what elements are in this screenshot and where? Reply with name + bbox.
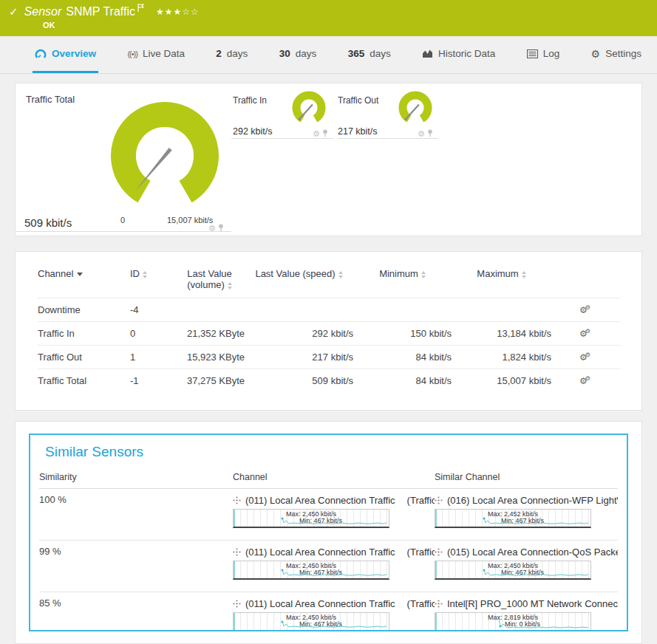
- gear-icon[interactable]: ⚙: [313, 130, 320, 137]
- priority-stars[interactable]: ★★★☆☆: [156, 7, 200, 17]
- tab-2-days[interactable]: 2 days: [214, 36, 250, 73]
- ok-check-icon: ✓: [9, 5, 18, 18]
- cell-min: 84 kbit/s: [353, 346, 452, 369]
- similar-channel-minigraph[interactable]: Max: 2,819 kbit/s Min: 0 kbit/s: [435, 612, 591, 631]
- gear-icon[interactable]: ⚙: [418, 130, 425, 137]
- flag-icon[interactable]: [137, 1, 144, 15]
- channel-link[interactable]: (011) Local Area Connection Traffic (Tra…: [233, 546, 435, 558]
- channel-link[interactable]: (011) Local Area Connection Traffic (Tra…: [233, 597, 435, 610]
- cell-max: 13,184 kbit/s: [452, 322, 551, 346]
- col-header-last-value-volume[interactable]: Last Value (volume): [174, 268, 245, 298]
- cell-min: [353, 298, 452, 322]
- channel-name: (011) Local Area Connection Traffic: [245, 547, 395, 558]
- tab-settings[interactable]: ⚙ Settings: [589, 36, 644, 73]
- similar-row: 100 % (011) Local Area Connection Traffi…: [39, 489, 618, 541]
- cell-channel[interactable]: Traffic Total: [38, 369, 130, 393]
- tab-log-label: Log: [543, 48, 560, 59]
- channel-table-panel: Channel ID Last Value (volume) Last Valu…: [15, 251, 642, 411]
- channel-minigraph[interactable]: Max: 2,450 kbit/s Min: 467 kbit/s: [233, 509, 389, 528]
- gauge-in-value: 292 kbit/s: [233, 126, 273, 137]
- tab-historic-data-label: Historic Data: [438, 48, 495, 59]
- col-channel-label: Channel: [38, 268, 73, 279]
- channel-settings-icon[interactable]: ⚙⚙: [579, 328, 593, 339]
- cell-min: 150 kbit/s: [353, 322, 452, 346]
- tab-overview[interactable]: Overview: [33, 36, 98, 73]
- similar-channel-name: Intel[R] PRO_1000 MT Network Connection: [447, 598, 618, 609]
- table-row-traffic-total: Traffic Total -1 37,275 KByte 509 kbit/s…: [38, 369, 621, 393]
- tab-30-days[interactable]: 30 days: [277, 36, 319, 73]
- cell-id: 1: [130, 346, 174, 369]
- cell-channel[interactable]: Downtime: [38, 298, 130, 322]
- col-volume-label: Last Value (volume): [187, 268, 232, 290]
- sensor-title: SNMP Traffic: [66, 5, 135, 18]
- similar-channel-name: (016) Local Area Connection-WFP LightWei…: [447, 495, 618, 506]
- move-icon: [233, 548, 241, 556]
- similar-sensors-panel: Similar Sensors Similarity Channel Simil…: [15, 421, 642, 644]
- gauge-in-dial[interactable]: [287, 85, 330, 126]
- col-header-channel[interactable]: Channel: [38, 268, 130, 298]
- col-header-similarity: Similarity: [39, 467, 233, 489]
- similarity-value: 100 %: [39, 489, 233, 541]
- channel-suffix: (Traffic To: [407, 598, 435, 609]
- gauge-out-dial[interactable]: [394, 85, 437, 126]
- gear-icon: ⚙: [591, 48, 601, 60]
- similar-row: 85 % (011) Local Area Connection Traffic…: [39, 592, 618, 632]
- table-row-downtime: Downtime -4 ⚙⚙: [38, 298, 621, 322]
- channel-settings-icon[interactable]: ⚙⚙: [579, 304, 593, 315]
- tab-365-days[interactable]: 365 days: [346, 36, 393, 73]
- cell-id: -1: [130, 369, 174, 393]
- gauges-panel: Traffic Total 0 15,007 kbit/s 509 kbit/s…: [15, 83, 642, 236]
- col-id-label: ID: [130, 268, 140, 279]
- pin-icon[interactable]: [427, 129, 433, 137]
- tab-30-days-label: days: [296, 48, 317, 59]
- channel-minigraph[interactable]: Max: 2,450 kbit/s Min: 467 kbit/s: [233, 561, 389, 580]
- channel-link[interactable]: (011) Local Area Connection Traffic (Tra…: [233, 494, 435, 507]
- stars-empty: ☆☆: [182, 7, 200, 17]
- gauge-out-value: 217 kbit/s: [338, 126, 378, 137]
- move-icon: [435, 548, 443, 556]
- pin-icon[interactable]: [322, 129, 328, 137]
- tab-2-days-label: days: [227, 48, 248, 59]
- tab-live-data[interactable]: ((•)) Live Data: [125, 36, 187, 73]
- minigraph-line: [234, 561, 389, 578]
- gauge-total-dial[interactable]: [104, 91, 225, 218]
- cell-volume: [174, 298, 245, 322]
- sort-desc-icon: [77, 273, 83, 276]
- col-header-similar-channel: Similar Channel: [435, 467, 618, 489]
- col-header-minimum[interactable]: Minimum: [353, 268, 452, 298]
- gauge-in-actions[interactable]: ⚙: [313, 129, 328, 137]
- channel-settings-icon[interactable]: ⚙⚙: [579, 352, 593, 363]
- cell-channel[interactable]: Traffic In: [38, 322, 130, 346]
- similar-channel-link[interactable]: Intel[R] PRO_1000 MT Network Connection …: [435, 597, 618, 610]
- sort-icon: [338, 271, 343, 278]
- minigraph-line: [234, 510, 389, 527]
- similar-channel-minigraph[interactable]: Max: 2,452 kbit/s Min: 467 kbit/s: [435, 509, 591, 528]
- sensor-status-bar: ✓ Sensor SNMP Traffic ★★★☆☆ OK: [0, 0, 657, 36]
- gauge-out-actions[interactable]: ⚙: [418, 129, 433, 137]
- similarity-value: 85 %: [39, 592, 233, 632]
- tab-log[interactable]: Log: [525, 36, 562, 73]
- col-header-maximum[interactable]: Maximum: [452, 268, 551, 298]
- similar-channel-link[interactable]: (015) Local Area Connection-QoS Packet S…: [435, 546, 618, 558]
- similar-channel-minigraph[interactable]: Max: 2,450 kbit/s Min: 467 kbit/s: [435, 561, 591, 580]
- cell-volume: 15,923 KByte: [174, 346, 245, 369]
- channel-minigraph[interactable]: Max: 2,450 kbit/s Min: 467 kbit/s: [233, 612, 389, 631]
- col-header-id[interactable]: ID: [130, 268, 174, 298]
- sort-icon: [522, 271, 526, 278]
- channel-suffix: (Traffic To: [407, 547, 435, 558]
- sort-icon: [143, 271, 147, 278]
- move-icon: [435, 600, 443, 608]
- stars-filled: ★★★: [156, 7, 182, 17]
- cell-speed: 509 kbit/s: [245, 369, 353, 393]
- col-header-last-value-speed[interactable]: Last Value (speed): [245, 268, 353, 298]
- similar-channel-link[interactable]: (016) Local Area Connection-WFP LightWei…: [435, 494, 618, 507]
- channel-settings-icon[interactable]: ⚙⚙: [579, 375, 593, 386]
- tab-historic-data[interactable]: Historic Data: [420, 36, 497, 73]
- cell-id: 0: [130, 322, 174, 346]
- gauge-icon: [35, 49, 47, 59]
- cell-speed: [245, 298, 353, 322]
- col-max-label: Maximum: [477, 268, 518, 279]
- cell-channel[interactable]: Traffic Out: [38, 346, 130, 369]
- channel-suffix: (Traffic To: [407, 495, 435, 506]
- cell-id: -4: [130, 298, 174, 322]
